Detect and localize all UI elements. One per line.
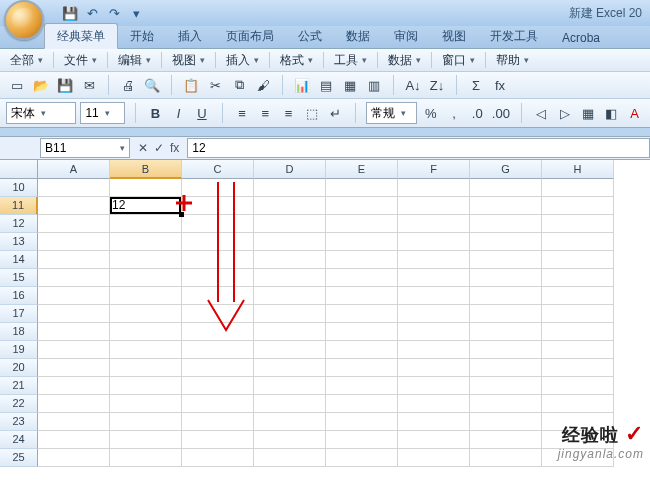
bold-button[interactable]: B (146, 102, 165, 124)
tab-home[interactable]: 开始 (118, 24, 166, 48)
tab-acrobat[interactable]: Acroba (550, 27, 612, 48)
cell[interactable] (326, 269, 398, 287)
cell[interactable] (254, 215, 326, 233)
fill-handle[interactable] (179, 212, 184, 217)
menu-file[interactable]: 文件 (60, 50, 101, 71)
fx-label-icon[interactable]: fx (170, 141, 179, 155)
cell[interactable] (470, 449, 542, 467)
cell[interactable] (38, 449, 110, 467)
cell[interactable] (326, 341, 398, 359)
cell[interactable] (38, 377, 110, 395)
formula-bar[interactable]: 12 (187, 138, 650, 158)
cell[interactable] (38, 395, 110, 413)
row-header[interactable]: 25 (0, 449, 38, 467)
cell[interactable] (326, 449, 398, 467)
cell[interactable] (470, 179, 542, 197)
new-icon[interactable]: ▭ (6, 74, 28, 96)
cell[interactable] (470, 413, 542, 431)
align-center-icon[interactable]: ≡ (256, 102, 275, 124)
paste-icon[interactable]: 📋 (180, 74, 202, 96)
cell[interactable] (38, 215, 110, 233)
row-header[interactable]: 15 (0, 269, 38, 287)
cell[interactable] (398, 395, 470, 413)
cell[interactable] (398, 233, 470, 251)
cell[interactable] (470, 197, 542, 215)
font-combo[interactable]: 宋体 (6, 102, 76, 124)
cell[interactable] (254, 341, 326, 359)
cell[interactable] (38, 305, 110, 323)
cell[interactable] (38, 197, 110, 215)
cell[interactable] (110, 215, 182, 233)
cell[interactable] (254, 305, 326, 323)
italic-button[interactable]: I (169, 102, 188, 124)
cell[interactable] (38, 413, 110, 431)
tab-page-layout[interactable]: 页面布局 (214, 24, 286, 48)
cancel-icon[interactable]: ✕ (138, 141, 148, 155)
font-size-combo[interactable]: 11 (80, 102, 125, 124)
percent-icon[interactable]: % (421, 102, 440, 124)
cell[interactable] (398, 323, 470, 341)
menu-view[interactable]: 视图 (168, 50, 209, 71)
row-header[interactable]: 21 (0, 377, 38, 395)
cell[interactable] (398, 449, 470, 467)
cell[interactable] (110, 413, 182, 431)
cell[interactable] (254, 197, 326, 215)
menu-window[interactable]: 窗口 (438, 50, 479, 71)
cell[interactable] (542, 287, 614, 305)
cell[interactable]: 12 (110, 197, 182, 215)
cell[interactable] (38, 431, 110, 449)
cell[interactable] (326, 287, 398, 305)
cell[interactable] (110, 359, 182, 377)
wrap-icon[interactable]: ↵ (326, 102, 345, 124)
cell[interactable] (398, 287, 470, 305)
cell[interactable] (110, 251, 182, 269)
cell[interactable] (542, 269, 614, 287)
cell[interactable] (110, 287, 182, 305)
column-header[interactable]: B (110, 160, 182, 179)
cell[interactable] (38, 341, 110, 359)
menu-data[interactable]: 数据 (384, 50, 425, 71)
increase-decimal-icon[interactable]: .0 (468, 102, 487, 124)
row-header[interactable]: 10 (0, 179, 38, 197)
tab-review[interactable]: 审阅 (382, 24, 430, 48)
cell[interactable] (110, 341, 182, 359)
cell[interactable] (38, 251, 110, 269)
cell[interactable] (38, 233, 110, 251)
cell[interactable] (110, 395, 182, 413)
menu-tools[interactable]: 工具 (330, 50, 371, 71)
cell[interactable] (542, 233, 614, 251)
cell[interactable] (182, 359, 254, 377)
chart-icon[interactable]: 📊 (291, 74, 313, 96)
row-header[interactable]: 17 (0, 305, 38, 323)
misc2-icon[interactable]: ▦ (339, 74, 361, 96)
save-icon[interactable]: 💾 (62, 5, 78, 21)
cell[interactable] (182, 395, 254, 413)
cell[interactable] (254, 287, 326, 305)
column-header[interactable]: E (326, 160, 398, 179)
redo-icon[interactable]: ↷ (106, 5, 122, 21)
cell[interactable] (542, 179, 614, 197)
indent-dec-icon[interactable]: ◁ (532, 102, 551, 124)
cell[interactable] (38, 179, 110, 197)
cell[interactable] (542, 341, 614, 359)
copy-icon[interactable]: ⧉ (228, 74, 250, 96)
column-header[interactable]: A (38, 160, 110, 179)
cell[interactable] (326, 431, 398, 449)
decrease-decimal-icon[interactable]: .00 (491, 102, 511, 124)
column-header[interactable]: G (470, 160, 542, 179)
menu-edit[interactable]: 编辑 (114, 50, 155, 71)
save-icon[interactable]: 💾 (54, 74, 76, 96)
tab-developer[interactable]: 开发工具 (478, 24, 550, 48)
select-all-corner[interactable] (0, 160, 38, 179)
cell[interactable] (470, 377, 542, 395)
fx-icon[interactable]: fx (489, 74, 511, 96)
cell[interactable] (38, 323, 110, 341)
cell[interactable] (398, 413, 470, 431)
undo-icon[interactable]: ↶ (84, 5, 100, 21)
cell[interactable] (110, 377, 182, 395)
cell[interactable] (470, 287, 542, 305)
cell[interactable] (326, 197, 398, 215)
row-header[interactable]: 16 (0, 287, 38, 305)
row-header[interactable]: 12 (0, 215, 38, 233)
menu-format[interactable]: 格式 (276, 50, 317, 71)
